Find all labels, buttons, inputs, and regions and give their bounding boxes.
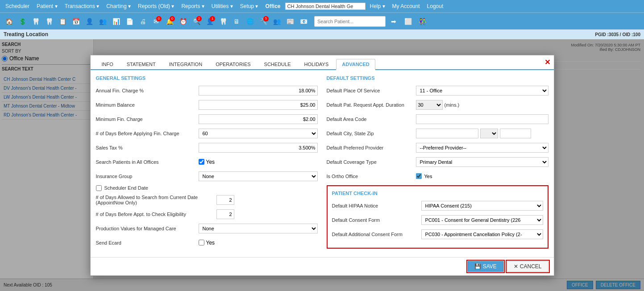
document-icon[interactable]: 📄 <box>123 15 136 28</box>
min-fin-input[interactable] <box>199 114 318 124</box>
state-select[interactable] <box>480 129 498 138</box>
tooth-icon[interactable]: 🦷 <box>29 15 42 28</box>
coverage-type-select[interactable]: Primary Dental <box>416 157 548 167</box>
tab-info[interactable]: INFO <box>96 59 119 69</box>
notification-icon[interactable]: 🔔 0 <box>163 15 176 28</box>
nav-my-account[interactable]: My Account <box>390 2 423 10</box>
pat-request-row: Default Pat. Request Appt. Duration 30 (… <box>327 100 548 110</box>
cancel-label: CANCEL <box>520 263 542 270</box>
add-patient-icon[interactable]: 👤 <box>83 15 96 28</box>
person-add-icon[interactable]: 👤 1 <box>204 15 216 28</box>
nav-patient[interactable]: Patient ▾ <box>34 2 60 10</box>
days-before-appt-input[interactable] <box>216 209 234 219</box>
clock-icon[interactable]: ⏰ <box>177 15 189 28</box>
chart-icon[interactable]: 📊 <box>110 15 122 28</box>
nav-setup[interactable]: Setup ▾ <box>237 2 261 10</box>
treating-location-bar: Treating Location PGID :3035 / OID :100 <box>0 29 644 39</box>
email2-icon[interactable]: 📧 <box>297 15 310 28</box>
area-code-row: Default Area Code <box>327 114 548 125</box>
patients-icon[interactable]: 👥 <box>96 15 109 28</box>
nav-utilities[interactable]: Utilities ▾ <box>209 2 236 10</box>
save-button[interactable]: 💾 SAVE <box>468 261 503 272</box>
people-icon[interactable]: 👥 <box>270 15 283 28</box>
office-input[interactable] <box>285 3 366 10</box>
nav-office[interactable]: Office <box>262 2 283 10</box>
nav-charting[interactable]: Charting ▾ <box>104 2 133 10</box>
tools-icon[interactable]: 🔧 5 <box>257 15 270 28</box>
tab-schedule[interactable]: SCHEDULE <box>258 59 297 69</box>
is-ortho-yes: Yes <box>424 174 432 179</box>
min-balance-input[interactable] <box>199 100 318 110</box>
city-input[interactable] <box>416 129 478 138</box>
production-values-row: Production Values for Managed Care None <box>96 223 318 234</box>
sales-tax-row: Sales Tax % <box>96 142 318 153</box>
annual-fin-input[interactable] <box>199 86 318 96</box>
scheduler-end-row: Scheduler End Date <box>96 185 318 191</box>
reports-icon[interactable]: 📰 <box>284 15 296 28</box>
insurance-group-label: Insurance Group <box>96 174 199 179</box>
clipboard-icon[interactable]: 📋 <box>56 15 69 28</box>
preferred-provider-select[interactable]: --Preferred Provider-- <box>416 143 548 153</box>
tab-integration[interactable]: INTEGRATION <box>163 59 208 69</box>
is-ortho-checkbox[interactable] <box>416 173 422 179</box>
search-all-yes: Yes <box>206 159 215 165</box>
tooth3-icon[interactable]: 🦷 <box>217 15 229 28</box>
pgid-info: PGID :3035 / OID :100 <box>595 32 640 37</box>
print-icon[interactable]: 🖨 <box>137 15 149 28</box>
nav-transactions[interactable]: Transactions ▾ <box>62 2 102 10</box>
tab-operatories[interactable]: OPERATORIES <box>210 59 256 69</box>
tab-advanced[interactable]: ADVANCED <box>336 59 375 70</box>
insurance-group-select[interactable]: None <box>199 171 318 181</box>
calendar-icon[interactable]: 📅 <box>70 15 82 28</box>
sales-tax-input[interactable] <box>199 143 318 153</box>
tab-statement[interactable]: STATEMENT <box>121 59 162 69</box>
nav-scheduler[interactable]: Scheduler <box>3 2 32 10</box>
city-state-zip-inputs <box>416 129 531 138</box>
annual-fin-row: Annual Fin. Charge % <box>96 85 318 96</box>
modal-close-button[interactable]: ✕ <box>544 58 550 67</box>
days-before-appt-row: # of Days Before Appt. to Check Eligibil… <box>96 209 318 220</box>
area-code-input[interactable] <box>416 114 548 124</box>
tab-holidays[interactable]: HOLIDAYS <box>298 59 334 69</box>
send-ecard-checkbox[interactable] <box>199 240 204 245</box>
consent-form-select[interactable]: PC001 - Consent for General Dentistry (2… <box>421 215 543 225</box>
patient-search-input[interactable] <box>314 16 386 27</box>
main-content: SEARCH SORT BY Office Name SEARCH TEXT C… <box>0 39 644 291</box>
nav-reports-old[interactable]: Reports (Old) ▾ <box>135 2 177 10</box>
days-allowed-label: # of Days Allowed to Search from Current… <box>96 195 216 205</box>
scheduler-end-label: Scheduler End Date <box>104 185 148 191</box>
treating-location-label: Treating Location <box>4 31 48 37</box>
patient-checkin-title: PATIENT CHECK-IN <box>332 191 543 196</box>
search-icon[interactable]: 🔍 2 <box>190 15 203 28</box>
days-before-fin-select[interactable]: 60 <box>199 129 318 138</box>
person-badge: 1 <box>210 16 215 21</box>
save-label: SAVE <box>483 263 497 270</box>
search-all-checkbox[interactable] <box>199 159 204 165</box>
monitor-icon[interactable]: 🖥 <box>230 15 243 28</box>
group-icon[interactable]: 👫 <box>416 15 428 28</box>
scheduler-end-checkbox[interactable] <box>96 185 102 191</box>
default-settings-title: DEFAULT SETTINGS <box>327 75 548 81</box>
globe-icon[interactable]: 🌐 <box>244 15 256 28</box>
nav-reports[interactable]: Reports ▾ <box>179 2 207 10</box>
zip-input[interactable] <box>500 129 531 138</box>
tooth2-icon[interactable]: 🦷 <box>43 15 55 28</box>
dollar-icon[interactable]: 💲 <box>16 15 29 28</box>
days-allowed-input[interactable] <box>216 195 234 205</box>
grid-icon[interactable]: ⬜ <box>402 15 414 28</box>
hipaa-select[interactable]: HIPAA Consent (215) <box>421 201 543 211</box>
add-consent-select[interactable]: PC030 - Appointment Cancellation Policy … <box>421 229 543 239</box>
mail-icon[interactable]: ✉ 0 <box>150 15 162 28</box>
modal-overlay: ✕ INFO STATEMENT INTEGRATION OPERATORIES… <box>0 39 644 291</box>
sales-tax-label: Sales Tax % <box>96 145 199 150</box>
cancel-button[interactable]: ✕ CANCEL <box>507 261 548 272</box>
place-of-service-select[interactable]: 11 - Office <box>416 86 548 96</box>
duration-select[interactable]: 30 <box>416 100 443 110</box>
search-submit-icon[interactable]: ➡ <box>387 15 400 28</box>
home-icon[interactable]: 🏠 <box>3 15 15 28</box>
production-values-select[interactable]: None <box>199 224 318 233</box>
add-consent-label: Default Additional Consent Form <box>332 232 421 237</box>
nav-help[interactable]: Help ▾ <box>367 2 388 10</box>
nav-logout[interactable]: Logout <box>424 2 446 10</box>
office-modal: ✕ INFO STATEMENT INTEGRATION OPERATORIES… <box>90 55 554 276</box>
